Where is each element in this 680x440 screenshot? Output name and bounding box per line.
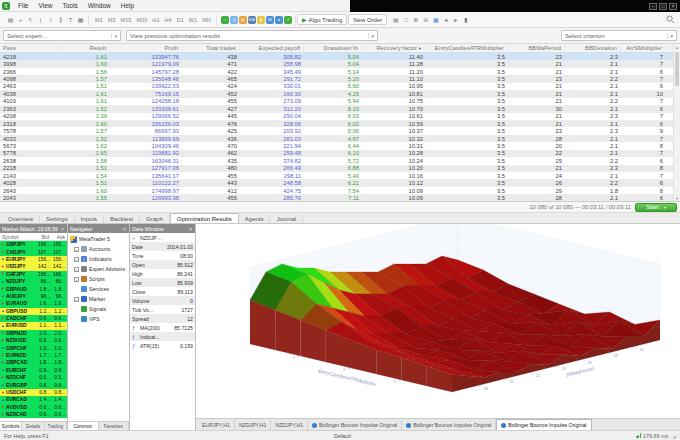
- navigator-item-indicators[interactable]: +ƒIndicators: [68, 254, 129, 264]
- trendline-icon[interactable]: /: [46, 15, 55, 25]
- chart-tab-bollinger-bounce-impulse-original[interactable]: Bollinger Bounce Impulse Original: [308, 420, 402, 430]
- navigator-item-scripts[interactable]: +Scripts: [68, 274, 129, 284]
- table-row[interactable]: 23181.60156156.03476328.066.0210.593.521…: [0, 120, 680, 127]
- chart-tab-bollinger-bounce-impulse-original[interactable]: Bollinger Bounce Impulse Original: [496, 419, 591, 430]
- table-row[interactable]: 42081.39129066.52445290.046.0310.613.521…: [0, 113, 680, 120]
- text-label-icon[interactable]: T: [66, 15, 75, 25]
- expand-icon[interactable]: +: [74, 247, 79, 252]
- timeframe-m15[interactable]: M15: [119, 15, 134, 25]
- crosshair-icon[interactable]: +: [16, 15, 25, 25]
- market-watch-row-nzdchf[interactable]: ▼NZDCHF0.5…0.5…: [0, 374, 67, 381]
- new-chart-icon[interactable]: ▤: [6, 15, 15, 25]
- timeframe-h1[interactable]: H1: [150, 15, 161, 25]
- timeframe-d1[interactable]: D1: [175, 15, 186, 25]
- strategy-tester-icon[interactable]: ▥: [239, 16, 247, 24]
- objects-list-icon[interactable]: ▦: [76, 15, 85, 25]
- market-watch-row-eurjpy[interactable]: ▲EURJPY156…156…: [0, 256, 67, 263]
- tab-optimization-results[interactable]: Optimization Results: [170, 213, 239, 223]
- optimization-surface-chart[interactable]: 12318202224262830EntryCandlesATRMultipli…: [196, 224, 680, 418]
- navigator-item-signals[interactable]: Signals: [68, 304, 129, 314]
- expand-icon[interactable]: +: [74, 257, 79, 262]
- previous-results-combo[interactable]: View previous optimization results ▾: [126, 30, 378, 41]
- metaeditor-ide-icon[interactable]: IDE: [248, 16, 256, 24]
- navigator-item-services[interactable]: Services: [68, 284, 129, 294]
- navigator-tab-favorites[interactable]: Favorites: [99, 422, 130, 430]
- market-watch-row-gbpcad[interactable]: ▼GBPCAD1.8…1.8…: [0, 359, 67, 366]
- market-watch-row-cadjpy[interactable]: ▼CADJPY107…107…: [0, 248, 67, 255]
- cursor-icon[interactable]: ↖: [26, 15, 35, 25]
- market-watch-tab-trading[interactable]: Trading: [45, 422, 67, 430]
- market-watch-column-headers[interactable]: SymbolBidAsk: [0, 233, 67, 241]
- indicators-icon[interactable]: ~: [221, 16, 229, 24]
- table-row[interactable]: 75781.5786667.93425203.925.0610.373.5232…: [0, 127, 680, 134]
- step-back-icon[interactable]: ◂: [441, 15, 450, 25]
- profile-icon[interactable]: ▤: [391, 15, 400, 25]
- chart-tab-bollinger-bounce-impulse-original[interactable]: Bollinger Bounce Impulse Original: [402, 420, 496, 430]
- market-watch-row-gbpnzd[interactable]: ▼GBPNZD2.0…2.0…: [0, 330, 67, 337]
- community-icon[interactable]: ●: [275, 16, 283, 24]
- chart-tab-eurjpy-h1[interactable]: EURJPY,H1: [198, 420, 235, 430]
- chart-tab-nzdjpy-h1[interactable]: NZDJPY,H1: [235, 420, 272, 430]
- close-icon[interactable]: ×: [122, 226, 127, 232]
- market-watch-row-eurcad[interactable]: ▲EURCAD1.4…1.4…: [0, 396, 67, 403]
- market-icon[interactable]: M: [266, 16, 274, 24]
- market-watch-row-eurgbp[interactable]: ▲EURGBP0.8…0.8…: [0, 381, 67, 388]
- tile-windows-icon[interactable]: ▦: [431, 15, 440, 25]
- tab-inputs[interactable]: Inputs: [75, 214, 104, 223]
- zoom-out-icon[interactable]: ⊖: [421, 15, 430, 25]
- navigator-item-market[interactable]: +Market: [68, 294, 129, 304]
- pause-icon[interactable]: ▮: [461, 15, 470, 25]
- table-row[interactable]: 40381.6175169.15452166.304.2510.813.5212…: [0, 90, 680, 97]
- table-row[interactable]: 39981.60121979.09471258.985.0411.283.521…: [0, 60, 680, 67]
- navigator-item-vps[interactable]: VPS: [68, 314, 129, 324]
- column-header-result[interactable]: Result: [58, 45, 110, 51]
- table-row[interactable]: 21431.54135641.17455298.115.4010.163.524…: [0, 172, 680, 179]
- tab-overview[interactable]: Overview: [2, 214, 40, 223]
- market-watch-row-eurchf[interactable]: ▲EURCHF0.9…0.9…: [0, 367, 67, 374]
- navigator-item-accounts[interactable]: +Accounts: [68, 244, 129, 254]
- market-watch-row-gbpaud[interactable]: ▼GBPAUD1.8…1.8…: [0, 285, 67, 292]
- column-header-profit[interactable]: Profit: [110, 45, 182, 51]
- navigator-tab-common[interactable]: Common: [68, 422, 99, 430]
- table-row[interactable]: 24631.51139922.53424330.015.6010.953.521…: [0, 83, 680, 90]
- market-watch-tab-details[interactable]: Details: [22, 422, 44, 430]
- scroll-up-icon[interactable]: ▲: [674, 44, 680, 51]
- menu-file[interactable]: File: [13, 1, 33, 10]
- start-button[interactable]: Start ▾: [635, 203, 677, 212]
- scroll-down-icon[interactable]: ▼: [674, 195, 680, 202]
- step-forward-icon[interactable]: ▸: [451, 15, 460, 25]
- timeframe-m1[interactable]: M1: [93, 15, 105, 25]
- tab-agents[interactable]: Agents: [239, 214, 271, 223]
- market-watch-col-bid[interactable]: Bid: [33, 234, 49, 240]
- chart-tab-nzdjpy-h1[interactable]: NZDJPY,H1: [271, 420, 308, 430]
- market-watch-row-gbpchf[interactable]: ▲GBPCHF1.0…1.0…: [0, 344, 67, 351]
- market-watch-row-usdchf[interactable]: ▼USDCHF0.8…0.8…: [0, 389, 67, 396]
- select-criterion-combo[interactable]: Select criterion ▾: [561, 30, 677, 41]
- market-watch-col-symbol[interactable]: Symbol: [2, 234, 33, 240]
- timeframe-h4[interactable]: H4: [163, 15, 174, 25]
- table-row[interactable]: 40981.57135648.46465291.725.2011.103.523…: [0, 75, 680, 82]
- table-row[interactable]: 40281.51110122.27443248.586.2110.123.526…: [0, 179, 680, 186]
- column-header-total-trades[interactable]: Total trades: [182, 45, 240, 51]
- column-header-entrycandlesatrmultiplier[interactable]: EntryCandlesATRMultiplier: [426, 45, 508, 51]
- market-watch-row-chfjpy[interactable]: ▼CHFJPY166…166…: [0, 271, 67, 278]
- select-expert-combo[interactable]: Select expert... ▾: [3, 30, 121, 41]
- maximize-icon[interactable]: □: [659, 3, 667, 10]
- tab-journal[interactable]: Journal: [270, 214, 303, 223]
- new-order-button[interactable]: New Order: [348, 14, 387, 25]
- close-icon[interactable]: ×: [669, 3, 677, 10]
- tab-graph[interactable]: Graph: [140, 214, 170, 223]
- table-row[interactable]: 42181.61133947.76438305.825.0411.403.523…: [0, 53, 680, 60]
- table-row[interactable]: 41031.61124258.18455273.095.9410.753.521…: [0, 98, 680, 105]
- table-scrollbar[interactable]: ▲ ▼: [673, 44, 680, 202]
- market-watch-row-eurnzd[interactable]: ▼EURNZD1.7…1.7…: [0, 352, 67, 359]
- tab-settings[interactable]: Settings: [40, 214, 75, 223]
- zoom-in-icon[interactable]: ⊕: [411, 15, 420, 25]
- timeframe-w1[interactable]: W1: [187, 15, 199, 25]
- market-watch-row-audjpy[interactable]: ▲AUDJPY96…96…: [0, 293, 67, 300]
- expand-icon[interactable]: +: [74, 297, 79, 302]
- market-watch-row-gbpjpy[interactable]: ▼GBPJPY195…195…: [0, 241, 67, 248]
- column-header-expected-payoff[interactable]: Expected payoff: [240, 45, 304, 51]
- menu-help[interactable]: Help: [116, 1, 139, 10]
- market-watch-col-ask[interactable]: Ask: [49, 234, 65, 240]
